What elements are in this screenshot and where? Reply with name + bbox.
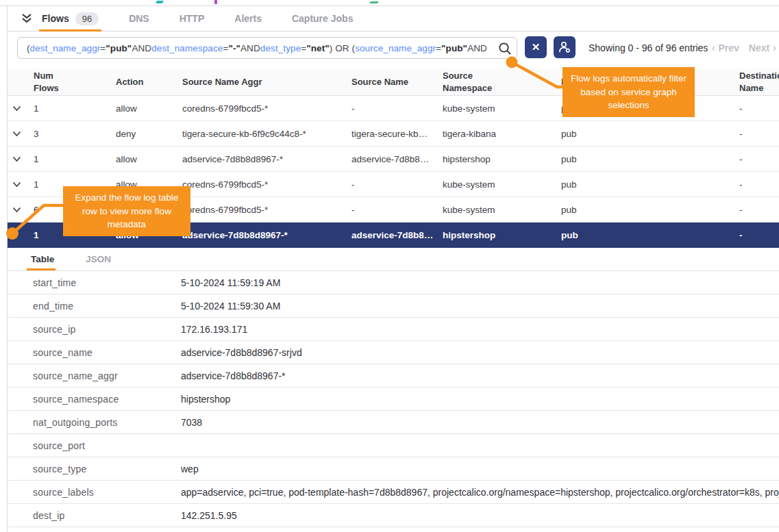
query-token: AND xyxy=(467,43,487,53)
cell-source-name: adservice-7d8b8… xyxy=(351,154,443,164)
search-icon[interactable] xyxy=(497,41,512,56)
detail-field-value: adservice-7d8b8d8967-srjvd xyxy=(181,347,779,358)
cell-destination-name: - xyxy=(739,129,779,139)
detail-field-key: source_namespace xyxy=(33,394,181,405)
cell-destination-name: - xyxy=(739,179,779,190)
detail-field-key: dest_ip xyxy=(33,510,181,521)
column-header[interactable]: Source Name xyxy=(351,76,443,88)
entries-summary: Showing 0 - 96 of 96 entries xyxy=(589,32,708,63)
expand-row-button[interactable] xyxy=(8,105,34,112)
query-token: "-" xyxy=(228,43,240,53)
cell-source-name-aggr: adservice-7d8b8d8967-* xyxy=(182,154,351,164)
query-token: source_name_aggr xyxy=(355,43,436,53)
detail-field-value: hipstershop xyxy=(181,394,779,405)
collapse-panel-button[interactable] xyxy=(13,6,40,31)
service-graph-edge-strip xyxy=(0,0,779,5)
detail-field-key: source_name xyxy=(33,347,181,358)
flow-log-tabbar: Flows 96 DNS HTTP Alerts Capture Jobs xyxy=(8,6,779,31)
detail-field-row: source_type wep xyxy=(8,457,779,481)
cell-source-name: - xyxy=(351,205,443,215)
cell-action: allow xyxy=(116,103,182,114)
tab-label: Capture Jobs xyxy=(292,13,353,24)
cell-dest-name-aggr: pub xyxy=(561,179,739,190)
cell-source-namespace: kube-system xyxy=(443,205,561,215)
query-token: = xyxy=(100,43,106,53)
chevron-down-icon xyxy=(12,105,21,112)
detail-field-key: start_time xyxy=(33,277,181,288)
top-tabs: Flows 96 DNS HTTP Alerts Capture Jobs xyxy=(40,6,382,31)
query-token: = xyxy=(301,43,306,53)
flow-detail-table: start_time 5-10-2024 11:59:19 AM end_tim… xyxy=(8,271,779,527)
cell-source-name: - xyxy=(351,179,443,190)
detail-field-key: source_labels xyxy=(33,487,181,498)
cell-source-namespace: tigera-kibana xyxy=(443,129,561,139)
expand-row-button[interactable] xyxy=(8,131,34,137)
expand-row-button[interactable] xyxy=(8,181,34,188)
expand-row-button[interactable] xyxy=(8,232,34,238)
tab-label: Flows xyxy=(42,13,69,24)
user-settings-button[interactable] xyxy=(554,36,576,58)
top-tab[interactable]: HTTP xyxy=(178,6,206,31)
pagination: ‹ Prev Next › xyxy=(712,32,776,63)
flow-table-row[interactable]: 3 deny tigera-secure-kb-6f9c9c44c8-* tig… xyxy=(8,121,779,147)
cell-source-name-aggr: coredns-6799fbcd5-* xyxy=(182,179,351,190)
detail-field-row: source_ip 172.16.193.171 xyxy=(8,318,779,341)
query-token: AND xyxy=(240,43,260,53)
graph-fragment-green xyxy=(369,1,379,3)
cell-source-namespace: kube-system xyxy=(443,179,561,190)
chevron-left-icon: ‹ xyxy=(712,42,719,53)
filter-toolbar: (dest_name_aggr = "pub" AND dest_namespa… xyxy=(8,32,779,68)
cell-source-name: - xyxy=(351,103,443,114)
prev-page-button[interactable]: ‹ Prev xyxy=(712,42,739,54)
detail-field-key: end_time xyxy=(33,301,181,312)
chevron-down-icon xyxy=(12,131,21,137)
detail-tab[interactable]: Table xyxy=(27,248,58,270)
top-tab[interactable]: Capture Jobs xyxy=(290,6,354,31)
cell-action: allow xyxy=(116,154,182,164)
query-token: "net" xyxy=(306,43,330,53)
chevron-down-icon xyxy=(12,207,21,213)
cell-action: deny xyxy=(116,129,182,139)
tab-label: HTTP xyxy=(180,13,205,24)
graph-fragment-teal xyxy=(156,1,164,3)
detail-tab-label: JSON xyxy=(86,254,111,264)
detail-field-value: 5-10-2024 11:59:19 AM xyxy=(181,277,779,288)
column-header[interactable]: Num Flows xyxy=(34,70,69,94)
chevron-right-icon: › xyxy=(769,42,776,53)
query-token: AND xyxy=(132,43,151,53)
flow-table-row[interactable]: 1 allow adservice-7d8b8d8967-* adservice… xyxy=(8,147,779,172)
column-header[interactable]: Source Name Aggr xyxy=(182,76,351,88)
cell-source-name-aggr: coredns-6799fbcd5-* xyxy=(182,205,351,215)
detail-tab[interactable]: JSON xyxy=(82,248,115,270)
cell-source-namespace: hipstershop xyxy=(443,154,561,164)
tab-label: Alerts xyxy=(234,13,262,24)
expand-row-button[interactable] xyxy=(8,207,34,213)
query-token: dest_name_aggr xyxy=(30,43,101,53)
top-tab[interactable]: DNS xyxy=(127,6,151,31)
detail-field-row: source_port xyxy=(8,434,779,457)
detail-field-row: start_time 5-10-2024 11:59:19 AM xyxy=(8,271,779,294)
cell-num-flows: 3 xyxy=(34,129,116,139)
next-page-button[interactable]: Next › xyxy=(749,42,776,54)
clear-filter-button[interactable]: ✕ xyxy=(525,36,547,58)
filter-query-input[interactable]: (dest_name_aggr = "pub" AND dest_namespa… xyxy=(17,37,517,59)
cell-source-namespace: kube-system xyxy=(443,103,561,114)
cell-destination-name: - xyxy=(739,205,779,215)
expand-row-button[interactable] xyxy=(8,156,34,162)
column-header[interactable]: Action xyxy=(116,76,182,88)
column-header[interactable]: Source Namespace xyxy=(443,70,514,94)
callout-filter-tip: Flow logs automatically filter based on … xyxy=(562,67,695,117)
cell-source-name: tigera-secure-kb… xyxy=(351,129,443,139)
detail-field-key: source_name_aggr xyxy=(33,370,181,381)
graph-fragment-purple xyxy=(214,0,217,4)
column-header[interactable]: Destination Name xyxy=(739,70,779,94)
filter-query: (dest_name_aggr = "pub" AND dest_namespa… xyxy=(27,38,495,58)
query-token: "pub" xyxy=(441,43,467,53)
query-token: "pub" xyxy=(106,43,132,53)
cell-source-namespace: hipstershop xyxy=(443,230,561,240)
detail-field-value: 5-10-2024 11:59:30 AM xyxy=(181,301,779,312)
top-tab[interactable]: Flows 96 xyxy=(40,6,100,31)
top-tab[interactable]: Alerts xyxy=(233,6,263,31)
detail-field-key: source_port xyxy=(33,440,181,451)
tab-count-badge: 96 xyxy=(75,12,99,25)
